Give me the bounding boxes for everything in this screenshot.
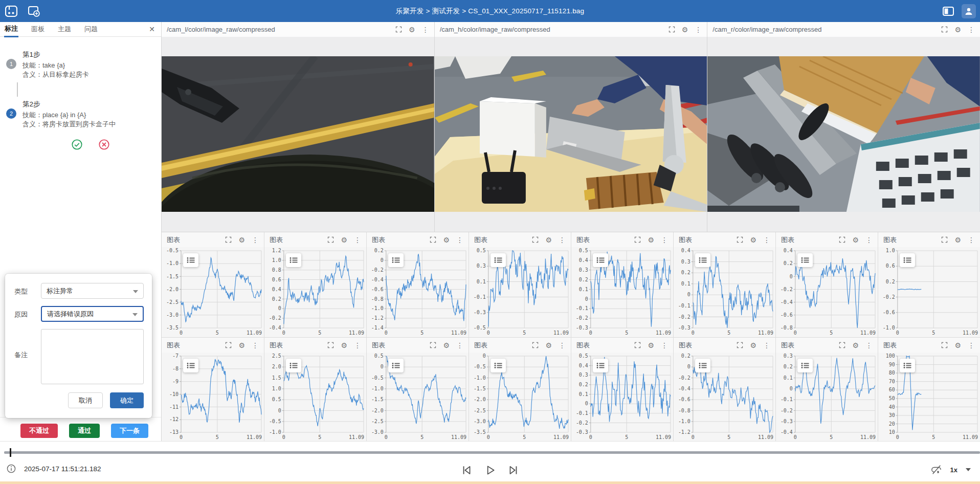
gear-icon[interactable]: ⚙ — [954, 236, 961, 244]
cancel-button[interactable]: 取消 — [68, 392, 103, 408]
app-logo-icon[interactable] — [4, 4, 18, 18]
legend-button[interactable] — [593, 359, 608, 372]
skip-forward-icon[interactable] — [507, 464, 520, 476]
type-select[interactable]: 标注异常 — [41, 283, 144, 299]
reject-cross-icon[interactable] — [99, 139, 109, 150]
pass-button[interactable]: 通过 — [69, 424, 100, 438]
kebab-menu-icon[interactable]: ⋮ — [968, 342, 975, 349]
step-item-1[interactable]: 1 第1步 技能：take {a} 含义：从目标拿起房卡 — [6, 50, 161, 79]
kebab-menu-icon[interactable]: ⋮ — [422, 26, 429, 33]
legend-button[interactable] — [900, 359, 915, 372]
kebab-menu-icon[interactable]: ⋮ — [559, 236, 566, 244]
kebab-menu-icon[interactable]: ⋮ — [865, 236, 873, 244]
kebab-menu-icon[interactable]: ⋮ — [559, 342, 566, 349]
kebab-menu-icon[interactable]: ⋮ — [456, 236, 463, 244]
kebab-menu-icon[interactable]: ⋮ — [865, 342, 873, 349]
legend-button[interactable] — [695, 359, 710, 372]
tab-topics[interactable]: 主题 — [57, 22, 72, 36]
gear-icon[interactable]: ⚙ — [954, 342, 961, 349]
kebab-menu-icon[interactable]: ⋮ — [252, 236, 259, 244]
fullscreen-icon[interactable] — [669, 26, 675, 33]
kebab-menu-icon[interactable]: ⋮ — [968, 26, 975, 33]
seek-bar[interactable] — [4, 451, 980, 454]
kebab-menu-icon[interactable]: ⋮ — [763, 342, 770, 349]
fullscreen-icon[interactable] — [532, 236, 539, 243]
layout-sidebar-icon[interactable] — [941, 4, 955, 18]
legend-button[interactable] — [183, 253, 198, 267]
tab-panels[interactable]: 面板 — [31, 22, 45, 36]
legend-button[interactable] — [388, 253, 404, 267]
gear-icon[interactable]: ⚙ — [238, 342, 245, 349]
playback-speed[interactable]: 1x — [950, 466, 957, 474]
gear-icon[interactable]: ⚙ — [648, 236, 654, 244]
legend-button[interactable] — [286, 253, 301, 267]
fullscreen-icon[interactable] — [737, 342, 743, 348]
legend-button[interactable] — [183, 359, 198, 372]
fullscreen-icon[interactable] — [634, 236, 641, 243]
reason-select[interactable]: 请选择错误原因 — [41, 306, 144, 322]
kebab-menu-icon[interactable]: ⋮ — [456, 342, 463, 349]
tab-annotation[interactable]: 标注 — [4, 21, 18, 37]
gear-icon[interactable]: ⚙ — [409, 26, 415, 33]
skip-back-icon[interactable] — [460, 464, 473, 476]
fullscreen-icon[interactable] — [839, 342, 845, 348]
fullscreen-icon[interactable] — [327, 236, 334, 243]
fullscreen-icon[interactable] — [532, 342, 539, 348]
gear-icon[interactable]: ⚙ — [750, 236, 756, 244]
fullscreen-icon[interactable] — [737, 236, 743, 243]
fullscreen-icon[interactable] — [430, 342, 436, 348]
gear-icon[interactable]: ⚙ — [443, 236, 450, 244]
legend-button[interactable] — [286, 359, 301, 372]
close-icon[interactable]: ✕ — [149, 25, 155, 33]
reject-button[interactable]: 不通过 — [20, 424, 58, 438]
fullscreen-icon[interactable] — [839, 236, 845, 243]
fullscreen-icon[interactable] — [327, 342, 334, 348]
gear-icon[interactable]: ⚙ — [341, 236, 347, 244]
kebab-menu-icon[interactable]: ⋮ — [968, 236, 975, 244]
kebab-menu-icon[interactable]: ⋮ — [695, 26, 702, 33]
legend-button[interactable] — [900, 253, 915, 267]
gear-icon[interactable]: ⚙ — [852, 342, 859, 349]
gear-icon[interactable]: ⚙ — [443, 342, 450, 349]
legend-button[interactable] — [388, 359, 404, 372]
kebab-menu-icon[interactable]: ⋮ — [252, 342, 259, 349]
next-item-button[interactable]: 下一条 — [111, 424, 148, 438]
approve-check-icon[interactable] — [72, 139, 82, 150]
repeat-off-icon[interactable] — [931, 464, 942, 475]
gear-icon[interactable]: ⚙ — [341, 342, 347, 349]
gear-icon[interactable]: ⚙ — [545, 342, 552, 349]
legend-button[interactable] — [695, 253, 710, 267]
gear-icon[interactable]: ⚙ — [238, 236, 245, 244]
legend-button[interactable] — [797, 253, 813, 267]
gear-icon[interactable]: ⚙ — [545, 236, 552, 244]
fullscreen-icon[interactable] — [225, 236, 232, 243]
legend-button[interactable] — [593, 253, 608, 267]
kebab-menu-icon[interactable]: ⋮ — [661, 342, 668, 349]
fullscreen-icon[interactable] — [395, 26, 402, 33]
fullscreen-icon[interactable] — [941, 26, 948, 33]
add-panel-icon[interactable] — [27, 4, 41, 18]
tab-issues[interactable]: 问题 — [84, 22, 98, 36]
kebab-menu-icon[interactable]: ⋮ — [354, 342, 361, 349]
confirm-button[interactable]: 确定 — [110, 392, 144, 408]
gear-icon[interactable]: ⚙ — [682, 26, 688, 33]
play-icon[interactable] — [484, 464, 496, 476]
gear-icon[interactable]: ⚙ — [648, 342, 654, 349]
kebab-menu-icon[interactable]: ⋮ — [763, 236, 770, 244]
fullscreen-icon[interactable] — [430, 236, 436, 243]
playhead[interactable] — [10, 448, 11, 457]
kebab-menu-icon[interactable]: ⋮ — [354, 236, 361, 244]
user-button[interactable] — [962, 4, 976, 18]
note-textarea[interactable] — [41, 329, 144, 384]
legend-button[interactable] — [491, 253, 506, 267]
fullscreen-icon[interactable] — [225, 342, 232, 348]
fullscreen-icon[interactable] — [941, 236, 948, 243]
fullscreen-icon[interactable] — [634, 342, 641, 348]
chevron-down-icon[interactable] — [966, 468, 971, 471]
gear-icon[interactable]: ⚙ — [954, 26, 961, 33]
legend-button[interactable] — [797, 359, 813, 372]
gear-icon[interactable]: ⚙ — [750, 342, 756, 349]
step-item-2[interactable]: 2 第2步 技能：place {a} in {A} 含义：将房卡放置到房卡盒子中 — [6, 100, 161, 129]
legend-button[interactable] — [491, 359, 506, 372]
kebab-menu-icon[interactable]: ⋮ — [661, 236, 668, 244]
